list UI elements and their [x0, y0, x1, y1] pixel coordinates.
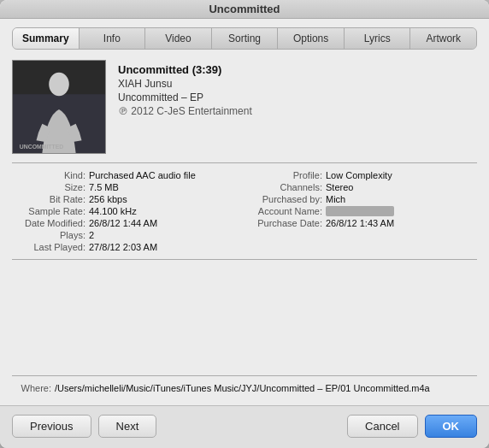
lastplayed-label: Last Played:	[12, 242, 89, 252]
detail-lastplayed: Last Played: 27/8/12 2:03 AM	[12, 242, 240, 252]
track-label: ℗ 2012 C-JeS Entertainment	[118, 105, 252, 117]
detail-profile: Profile: Low Complexity	[249, 170, 477, 180]
accountname-label: Account Name:	[249, 206, 326, 216]
tab-bar: Summary Info Video Sorting Options Lyric…	[12, 27, 477, 50]
nav-buttons: Previous Next	[12, 415, 156, 438]
purchasedby-label: Purchased by:	[249, 194, 326, 204]
where-section: Where: /Users/michelleli/Music/iTunes/iT…	[12, 375, 477, 397]
detail-channels: Channels: Stereo	[249, 182, 477, 192]
kind-value: Purchased AAC audio file	[89, 170, 196, 180]
details-right: Profile: Low Complexity Channels: Stereo…	[249, 170, 477, 252]
previous-button[interactable]: Previous	[12, 415, 91, 438]
tab-summary[interactable]: Summary	[13, 28, 80, 49]
title-bar: Uncommitted	[0, 0, 489, 19]
tab-lyrics[interactable]: Lyrics	[345, 28, 411, 49]
tab-video[interactable]: Video	[145, 28, 212, 49]
profile-value: Low Complexity	[326, 170, 392, 180]
size-label: Size:	[12, 182, 89, 192]
channels-value: Stereo	[326, 182, 353, 192]
track-info: Uncommitted (3:39) XIAH Junsu Uncommitte…	[118, 60, 252, 154]
where-value: /Users/michelleli/Music/iTunes/iTunes Mu…	[55, 383, 477, 393]
details-section: Kind: Purchased AAC audio file Size: 7.5…	[12, 162, 477, 260]
bitrate-value: 256 kbps	[89, 194, 127, 204]
album-art: UNCOMMITTED	[12, 60, 106, 154]
track-artist: XIAH Junsu	[118, 78, 252, 90]
detail-kind: Kind: Purchased AAC audio file	[12, 170, 240, 180]
detail-datemodified: Date Modified: 26/8/12 1:44 AM	[12, 218, 240, 228]
profile-label: Profile:	[249, 170, 326, 180]
bottom-bar: Previous Next Cancel OK	[0, 405, 489, 448]
ok-button[interactable]: OK	[425, 415, 478, 438]
detail-plays: Plays: 2	[12, 230, 240, 240]
svg-point-2	[49, 73, 69, 96]
kind-label: Kind:	[12, 170, 89, 180]
details-left: Kind: Purchased AAC audio file Size: 7.5…	[12, 170, 240, 252]
tab-sorting[interactable]: Sorting	[212, 28, 279, 49]
empty-area	[12, 260, 477, 375]
tab-options[interactable]: Options	[278, 28, 345, 49]
svg-text:UNCOMMITTED: UNCOMMITTED	[20, 144, 63, 150]
main-window: Uncommitted Summary Info Video Sorting O…	[0, 0, 489, 448]
samplerate-value: 44.100 kHz	[89, 206, 137, 216]
action-buttons: Cancel OK	[347, 415, 477, 438]
datemodified-value: 26/8/12 1:44 AM	[89, 218, 157, 228]
accountname-value	[326, 206, 394, 216]
plays-label: Plays:	[12, 230, 89, 240]
track-album: Uncommitted – EP	[118, 91, 252, 103]
track-title: Uncommitted (3:39)	[118, 63, 252, 76]
where-label: Where:	[12, 383, 55, 393]
channels-label: Channels:	[249, 182, 326, 192]
datemodified-label: Date Modified:	[12, 218, 89, 228]
samplerate-label: Sample Rate:	[12, 206, 89, 216]
detail-accountname: Account Name:	[249, 206, 477, 216]
detail-samplerate: Sample Rate: 44.100 kHz	[12, 206, 240, 216]
tab-info[interactable]: Info	[80, 28, 146, 49]
cancel-button[interactable]: Cancel	[347, 415, 417, 438]
content-area: Summary Info Video Sorting Options Lyric…	[0, 19, 489, 405]
where-row: Where: /Users/michelleli/Music/iTunes/iT…	[12, 383, 477, 393]
purchasedate-value: 26/8/12 1:43 AM	[326, 218, 394, 228]
purchasedate-label: Purchase Date:	[249, 218, 326, 228]
purchasedby-value: Mich	[326, 194, 345, 204]
plays-value: 2	[89, 230, 94, 240]
window-title: Uncommitted	[209, 3, 280, 15]
detail-bitrate: Bit Rate: 256 kbps	[12, 194, 240, 204]
size-value: 7.5 MB	[89, 182, 119, 192]
main-info-section: UNCOMMITTED Uncommitted (3:39) XIAH Juns…	[12, 60, 477, 154]
lastplayed-value: 27/8/12 2:03 AM	[89, 242, 157, 252]
tab-artwork[interactable]: Artwork	[410, 28, 476, 49]
next-button[interactable]: Next	[98, 415, 157, 438]
detail-purchasedate: Purchase Date: 26/8/12 1:43 AM	[249, 218, 477, 228]
bitrate-label: Bit Rate:	[12, 194, 89, 204]
detail-purchasedby: Purchased by: Mich	[249, 194, 477, 204]
detail-size: Size: 7.5 MB	[12, 182, 240, 192]
